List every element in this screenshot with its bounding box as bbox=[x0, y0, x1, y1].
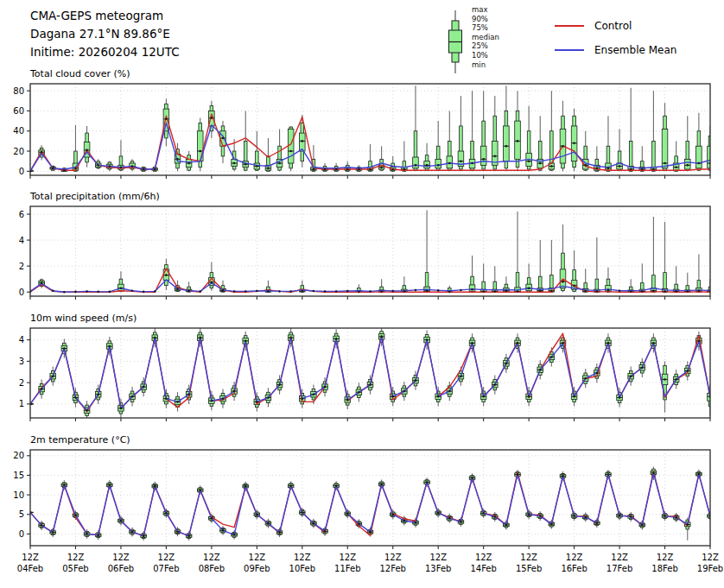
svg-text:17Feb: 17Feb bbox=[607, 564, 632, 573]
boxplot-label-median: median bbox=[472, 33, 499, 42]
svg-text:12Z: 12Z bbox=[67, 553, 85, 562]
panel-title-cloud-cover: Total cloud cover (%) bbox=[30, 68, 130, 79]
svg-text:1: 1 bbox=[19, 399, 24, 408]
chart-title: CMA-GEPS meteogram bbox=[30, 7, 180, 25]
svg-text:12Z: 12Z bbox=[112, 553, 130, 562]
svg-text:3: 3 bbox=[19, 357, 24, 366]
svg-text:12Z: 12Z bbox=[566, 553, 583, 562]
svg-text:18Feb: 18Feb bbox=[651, 564, 677, 573]
panel-title-wind-speed: 10m wind speed (m/s) bbox=[30, 313, 137, 324]
panel-title-temperature: 2m temperature (°C) bbox=[30, 434, 130, 446]
svg-text:12Z: 12Z bbox=[429, 553, 447, 562]
svg-text:14Feb: 14Feb bbox=[470, 564, 496, 573]
boxplot-label-10: 10% bbox=[472, 51, 499, 60]
legend-entry-control: Control bbox=[555, 14, 676, 38]
boxplot-glyph-icon bbox=[442, 7, 468, 78]
svg-text:12Z: 12Z bbox=[22, 553, 39, 562]
temperature-chart: 0510152012Z04Feb12Z05Feb12Z06Feb12Z07Feb… bbox=[0, 447, 724, 588]
svg-text:0: 0 bbox=[19, 529, 24, 539]
svg-text:11Feb: 11Feb bbox=[334, 564, 360, 573]
svg-text:12Feb: 12Feb bbox=[380, 564, 406, 573]
wind-speed-chart: 1234 bbox=[0, 326, 724, 424]
svg-text:12Z: 12Z bbox=[702, 553, 719, 562]
svg-text:20: 20 bbox=[13, 451, 24, 460]
control-label: Control bbox=[594, 20, 632, 32]
control-line-icon bbox=[555, 25, 584, 27]
meteogram-page: CMA-GEPS meteogram Dagana 27.1°N 89.86°E… bbox=[0, 0, 724, 588]
svg-text:05Feb: 05Feb bbox=[62, 564, 88, 573]
series-legend: Control Ensemble Mean bbox=[555, 14, 676, 62]
svg-text:2: 2 bbox=[19, 262, 24, 271]
svg-text:12Z: 12Z bbox=[203, 553, 220, 562]
svg-text:80: 80 bbox=[13, 86, 24, 96]
svg-text:16Feb: 16Feb bbox=[561, 564, 587, 573]
cloud-cover-chart: 020406080 bbox=[0, 81, 724, 181]
boxplot-label-min: min bbox=[472, 60, 499, 70]
svg-text:07Feb: 07Feb bbox=[153, 564, 179, 573]
svg-text:10: 10 bbox=[13, 490, 24, 500]
svg-text:2: 2 bbox=[19, 378, 24, 388]
svg-text:12Z: 12Z bbox=[339, 553, 356, 562]
svg-text:0: 0 bbox=[19, 288, 24, 297]
ensemble-mean-line-icon bbox=[555, 49, 584, 51]
svg-text:08Feb: 08Feb bbox=[199, 564, 225, 573]
init-time: Initime: 20260204 12UTC bbox=[30, 43, 180, 61]
svg-text:12Z: 12Z bbox=[475, 553, 492, 562]
svg-text:15Feb: 15Feb bbox=[516, 564, 542, 573]
station-location: Dagana 27.1°N 89.86°E bbox=[30, 25, 180, 43]
svg-text:19Feb: 19Feb bbox=[697, 564, 723, 573]
svg-text:12Z: 12Z bbox=[520, 553, 537, 562]
svg-text:12Z: 12Z bbox=[384, 553, 402, 562]
svg-text:12Z: 12Z bbox=[249, 553, 266, 562]
svg-text:5: 5 bbox=[19, 509, 24, 519]
precipitation-chart: 0246 bbox=[0, 204, 724, 302]
boxplot-label-25: 25% bbox=[472, 41, 499, 51]
svg-text:4: 4 bbox=[19, 236, 24, 245]
svg-text:09Feb: 09Feb bbox=[244, 564, 270, 573]
svg-text:4: 4 bbox=[19, 335, 24, 345]
header: CMA-GEPS meteogram Dagana 27.1°N 89.86°E… bbox=[30, 7, 180, 61]
legend-entry-ensemble: Ensemble Mean bbox=[555, 38, 676, 62]
boxplot-label-max: max bbox=[472, 5, 499, 15]
ensemble-mean-label: Ensemble Mean bbox=[594, 44, 676, 56]
svg-text:10Feb: 10Feb bbox=[289, 564, 315, 573]
svg-text:20: 20 bbox=[13, 147, 24, 156]
svg-text:6: 6 bbox=[19, 210, 24, 219]
svg-text:60: 60 bbox=[13, 106, 24, 116]
boxplot-label-90: 90% bbox=[472, 15, 499, 24]
svg-text:15: 15 bbox=[13, 471, 24, 480]
svg-text:0: 0 bbox=[19, 167, 24, 176]
svg-text:13Feb: 13Feb bbox=[425, 564, 451, 573]
boxplot-label-75: 75% bbox=[472, 23, 499, 33]
svg-text:06Feb: 06Feb bbox=[108, 564, 134, 573]
panel-title-precipitation: Total precipitation (mm/6h) bbox=[30, 191, 160, 202]
boxplot-legend-labels: max 90% 75% median 25% 10% min bbox=[472, 5, 499, 69]
svg-text:12Z: 12Z bbox=[611, 553, 628, 562]
svg-text:40: 40 bbox=[13, 126, 24, 136]
svg-text:12Z: 12Z bbox=[158, 553, 175, 562]
svg-text:04Feb: 04Feb bbox=[17, 564, 43, 573]
svg-text:12Z: 12Z bbox=[657, 553, 674, 562]
svg-text:12Z: 12Z bbox=[294, 553, 311, 562]
